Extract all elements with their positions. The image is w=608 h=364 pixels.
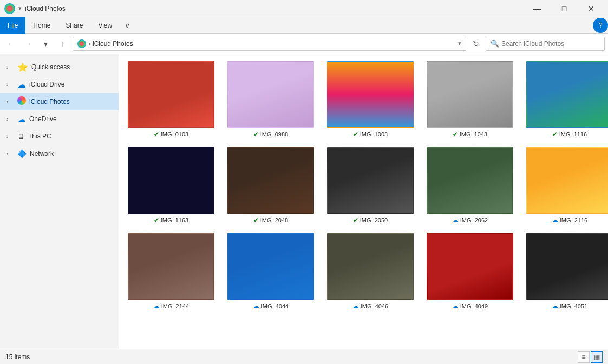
photo-name-label: ✔IMG_0988 — [253, 130, 288, 138]
up-button[interactable]: ↑ — [55, 36, 70, 51]
close-button[interactable]: ✕ — [579, 0, 604, 17]
ribbon: File Home Share View ∨ ? — [0, 17, 608, 34]
back-button[interactable]: ← — [3, 36, 18, 51]
photo-item[interactable]: ✔IMG_2048 — [227, 147, 314, 224]
photo-filename: IMG_2048 — [260, 217, 288, 223]
photo-thumbnail — [227, 233, 314, 300]
tab-view[interactable]: View — [90, 17, 120, 34]
photo-thumbnail — [128, 61, 214, 128]
photo-thumbnail — [427, 61, 513, 128]
network-icon: 🔷 — [17, 149, 27, 158]
ribbon-expand-button[interactable]: ∨ — [120, 18, 135, 33]
photo-thumbnail — [227, 61, 314, 128]
photo-item[interactable]: ☁IMG_4046 — [327, 233, 414, 310]
sidebar-item-this-pc[interactable]: › 🖥 This PC — [0, 128, 119, 145]
photo-thumbnail — [526, 233, 608, 300]
photo-item[interactable]: ☁IMG_2144 — [128, 233, 214, 310]
photo-filename: IMG_2050 — [360, 217, 388, 223]
photo-item[interactable]: ✔IMG_1003 — [327, 61, 414, 138]
sidebar: › ⭐ Quick access › ☁ iCloud Drive › iClo… — [0, 54, 119, 349]
expand-icon-4: › — [6, 116, 14, 122]
photo-item[interactable]: ☁IMG_2116 — [526, 147, 608, 224]
this-pc-icon: 🖥 — [17, 132, 25, 141]
path-text: iCloud Photos — [93, 40, 456, 48]
photo-name-label: ✔IMG_1043 — [453, 130, 487, 138]
cloud-icon: ☁ — [452, 302, 459, 310]
sidebar-label-onedrive: OneDrive — [29, 115, 57, 123]
photo-thumbnail — [327, 61, 414, 128]
onedrive-icon: ☁ — [17, 114, 26, 124]
expand-icon-3: › — [6, 99, 14, 105]
minimize-button[interactable]: — — [525, 0, 550, 17]
synced-icon: ✔ — [154, 216, 159, 224]
photo-item[interactable]: ☁IMG_2062 — [427, 147, 513, 224]
photo-grid: ✔IMG_0103✔IMG_0988✔IMG_1003✔IMG_1043✔IMG… — [128, 61, 599, 310]
photo-name-label: ☁IMG_4046 — [352, 302, 388, 310]
search-input[interactable] — [501, 40, 600, 48]
expand-icon-5: › — [6, 134, 14, 140]
list-view-button[interactable]: ≡ — [578, 351, 590, 363]
photo-content: ✔IMG_0103✔IMG_0988✔IMG_1003✔IMG_1043✔IMG… — [119, 54, 608, 349]
grid-view-button[interactable]: ▦ — [591, 351, 603, 363]
forward-button[interactable]: → — [21, 36, 36, 51]
item-count: 15 items — [5, 353, 30, 361]
photo-name-label: ☁IMG_4044 — [253, 302, 289, 310]
icloud-drive-icon: ☁ — [17, 80, 26, 90]
sidebar-label-icloud-photos: iCloud Photos — [29, 98, 70, 105]
sidebar-item-quick-access[interactable]: › ⭐ Quick access — [0, 58, 119, 76]
photo-filename: IMG_2062 — [460, 217, 488, 223]
photo-thumbnail — [128, 147, 214, 214]
synced-icon: ✔ — [353, 130, 358, 138]
address-path[interactable]: › iCloud Photos ▾ — [73, 37, 466, 51]
photo-item[interactable]: ☁IMG_4051 — [526, 233, 608, 310]
photo-item[interactable]: ☁IMG_4049 — [427, 233, 513, 310]
photo-filename: IMG_2144 — [161, 303, 189, 309]
photo-thumbnail — [427, 147, 513, 214]
photo-item[interactable]: ✔IMG_1163 — [128, 147, 214, 224]
help-button[interactable]: ? — [593, 18, 608, 33]
search-icon: 🔍 — [491, 39, 499, 48]
photo-name-label: ☁IMG_4051 — [552, 302, 587, 310]
photo-filename: IMG_0988 — [260, 131, 288, 137]
window-title: iCloud Photos — [25, 5, 66, 12]
photo-item[interactable]: ✔IMG_1116 — [526, 61, 608, 138]
quick-access-dropdown[interactable]: ▾ — [18, 5, 22, 12]
refresh-button[interactable]: ↻ — [468, 36, 483, 51]
photo-item[interactable]: ✔IMG_1043 — [427, 61, 513, 138]
photo-thumbnail — [526, 147, 608, 214]
sidebar-label-icloud-drive: iCloud Drive — [29, 81, 64, 88]
photo-item[interactable]: ✔IMG_0988 — [227, 61, 314, 138]
tab-share[interactable]: Share — [58, 17, 90, 34]
photo-filename: IMG_2116 — [560, 217, 587, 223]
sidebar-item-icloud-photos[interactable]: › iCloud Photos — [0, 93, 119, 110]
cloud-icon: ☁ — [153, 302, 160, 310]
address-bar: ← → ▾ ↑ › iCloud Photos ▾ ↻ 🔍 — [0, 34, 608, 54]
tab-home[interactable]: Home — [25, 17, 58, 34]
photo-thumbnail — [227, 147, 314, 214]
maximize-button[interactable]: □ — [552, 0, 577, 17]
sidebar-item-onedrive[interactable]: › ☁ OneDrive — [0, 110, 119, 128]
photo-name-label: ☁IMG_2144 — [153, 302, 189, 310]
sidebar-item-icloud-drive[interactable]: › ☁ iCloud Drive — [0, 76, 119, 93]
photo-name-label: ✔IMG_2048 — [253, 216, 288, 224]
photo-item[interactable]: ☁IMG_4044 — [227, 233, 314, 310]
sidebar-label-quick-access: Quick access — [31, 63, 70, 71]
expand-icon-2: › — [6, 82, 14, 88]
photo-name-label: ✔IMG_0103 — [154, 130, 188, 138]
synced-icon: ✔ — [552, 130, 558, 138]
synced-icon: ✔ — [353, 216, 358, 224]
sidebar-item-network[interactable]: › 🔷 Network — [0, 145, 119, 162]
nav-dropdown-button[interactable]: ▾ — [38, 36, 53, 51]
photo-name-label: ☁IMG_2116 — [552, 216, 587, 224]
cloud-icon: ☁ — [253, 302, 259, 310]
icloud-photos-icon — [17, 96, 26, 107]
photo-filename: IMG_1003 — [360, 131, 388, 137]
photo-name-label: ✔IMG_1116 — [552, 130, 587, 138]
sidebar-label-network: Network — [30, 150, 54, 157]
photo-item[interactable]: ✔IMG_0103 — [128, 61, 214, 138]
sidebar-label-this-pc: This PC — [28, 133, 51, 140]
photo-name-label: ☁IMG_2062 — [452, 216, 488, 224]
photo-filename: IMG_1116 — [559, 131, 587, 137]
photo-item[interactable]: ✔IMG_2050 — [327, 147, 414, 224]
tab-file[interactable]: File — [0, 17, 25, 34]
